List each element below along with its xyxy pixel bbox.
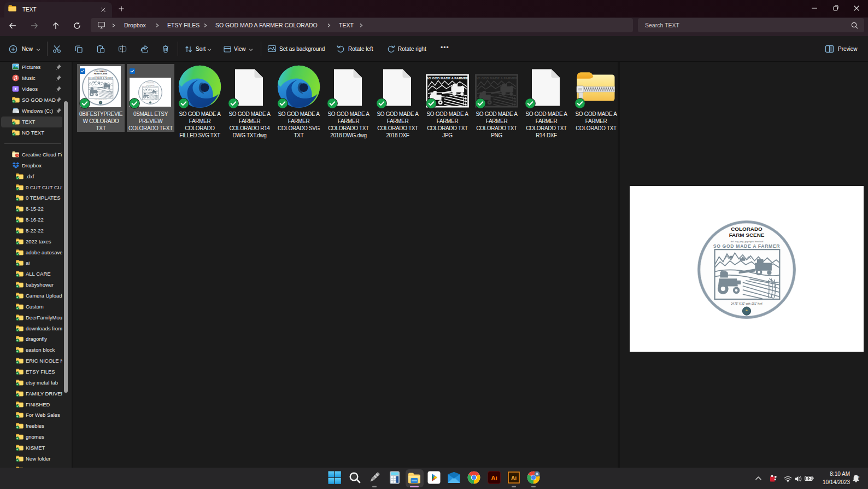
svg-text:SO GOD MADE A FARMER: SO GOD MADE A FARMER	[713, 243, 781, 249]
svg-text:SO GOD MADE A FARMER: SO GOD MADE A FARMER	[87, 77, 113, 79]
svg-text:24.75" X 32" with .051" Kerf: 24.75" X 32" with .051" Kerf	[95, 99, 107, 100]
svg-text:Ai: Ai	[511, 475, 517, 481]
svg-text:z: z	[858, 475, 860, 478]
svg-text:SO GOD MADE A FARMER: SO GOD MADE A FARMER	[426, 76, 469, 80]
svg-text:COLORADO: COLORADO	[95, 71, 107, 73]
svg-text:SO GOD MADE A FARMER: SO GOD MADE A FARMER	[142, 86, 159, 87]
svg-text:FARM SCENE: FARM SCENE	[729, 232, 765, 238]
svg-text:.dxf .svg .png .jpg digital do: .dxf .svg .png .jpg digital dowload	[730, 240, 764, 243]
svg-text:Ai: Ai	[491, 475, 497, 481]
svg-text:24.75" X 32" with .051" Kerf: 24.75" X 32" with .051" Kerf	[731, 302, 763, 305]
svg-text:COLORADO: COLORADO	[731, 226, 763, 232]
svg-text:FARM SCENE: FARM SCENE	[93, 73, 107, 75]
svg-text:SO GOD MADE A FARMER: SO GOD MADE A FARMER	[476, 76, 518, 80]
svg-text:FARM SCENE: FARM SCENE	[146, 83, 155, 85]
